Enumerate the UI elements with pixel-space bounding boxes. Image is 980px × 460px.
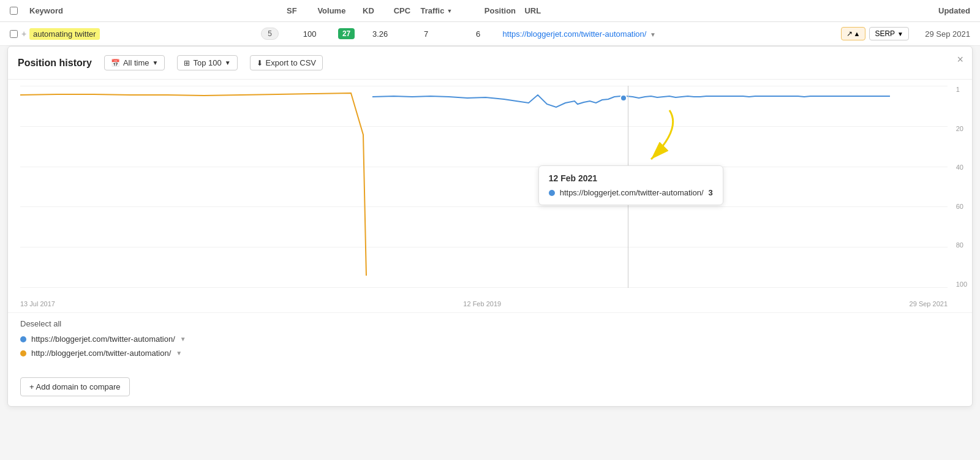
kd-badge: 27 — [338, 28, 355, 39]
y-label-4: 60 — [956, 203, 967, 210]
chart-svg — [20, 86, 948, 288]
sf-badge: 5 — [261, 28, 279, 40]
top100-button[interactable]: ⊞ Top 100 ▼ — [177, 55, 237, 70]
chart-dot — [620, 95, 627, 101]
x-label-1: 13 Jul 2017 — [20, 300, 55, 307]
row-checkbox-cell: + — [10, 29, 29, 39]
add-icon[interactable]: + — [21, 29, 26, 39]
row-checkbox[interactable] — [10, 30, 18, 38]
y-label-6: 100 — [956, 281, 967, 288]
y-label-2: 20 — [956, 125, 967, 132]
serp-label: SERP — [875, 29, 895, 38]
col-header-traffic: Traffic ▼ — [420, 6, 475, 15]
header-checkbox-cell — [10, 7, 29, 15]
y-axis: 1 20 40 60 80 100 — [956, 86, 967, 288]
all-time-button[interactable]: 📅 All time ▼ — [104, 55, 165, 70]
col-header-volume: Volume — [310, 6, 353, 15]
panel-close-button[interactable]: × — [957, 54, 963, 65]
col-header-cpc: CPC — [383, 6, 420, 15]
legend-chevron-https: ▼ — [180, 336, 186, 342]
row-actions: ↗ ▲ SERP ▼ — [841, 27, 909, 40]
deselect-all-button[interactable]: Deselect all — [20, 319, 960, 328]
blue-line — [372, 95, 890, 107]
legend-dot-http — [20, 350, 26, 356]
col-header-position: Position — [475, 6, 524, 15]
add-domain-button[interactable]: + Add domain to compare — [20, 377, 130, 396]
col-header-sf: SF — [273, 6, 310, 15]
orange-line — [20, 93, 366, 276]
legend-url-http: http://bloggerjet.com/twitter-automation… — [31, 349, 171, 358]
keyword-tag: automating twitter — [29, 28, 100, 40]
sf-cell: 5 — [252, 28, 288, 40]
url-link[interactable]: https://bloggerjet.com/twitter-automatio… — [503, 29, 647, 39]
col-header-updated: Updated — [891, 6, 970, 15]
url-dropdown-icon[interactable]: ▼ — [650, 31, 656, 38]
trend-up-icon: ↗ — [846, 29, 853, 38]
traffic-cell: 7 — [399, 29, 454, 39]
legend-item-https[interactable]: https://bloggerjet.com/twitter-automatio… — [20, 334, 960, 344]
top100-dropdown-icon: ▼ — [225, 59, 231, 66]
col-header-url: URL — [524, 6, 891, 15]
cpc-cell: 3.26 — [362, 29, 399, 39]
legend-chevron-http: ▼ — [176, 350, 182, 356]
select-all-checkbox[interactable] — [10, 7, 18, 15]
export-csv-button[interactable]: ⬇ Export to CSV — [250, 55, 323, 70]
col-header-kd: KD — [353, 6, 383, 15]
alltime-dropdown-icon: ▼ — [153, 59, 159, 66]
panel-title: Position history — [18, 58, 92, 69]
keyword-cell: automating twitter — [29, 28, 252, 40]
position-cell: 6 — [454, 29, 503, 39]
panel-legend: Deselect all https://bloggerjet.com/twit… — [8, 312, 972, 372]
x-label-2: 12 Feb 2019 — [463, 300, 501, 307]
y-label-1: 1 — [956, 86, 967, 93]
col-header-keyword: Keyword — [29, 6, 273, 15]
table-row: + automating twitter 5 100 27 3.26 7 6 h… — [0, 22, 980, 46]
table-header: Keyword SF Volume KD CPC Traffic ▼ Posit… — [0, 0, 980, 22]
legend-url-https: https://bloggerjet.com/twitter-automatio… — [31, 334, 175, 344]
legend-item-http[interactable]: http://bloggerjet.com/twitter-automation… — [20, 349, 960, 358]
serp-dropdown-icon: ▼ — [897, 31, 903, 37]
trend-button[interactable]: ↗ ▲ — [841, 27, 866, 40]
legend-dot-https — [20, 336, 26, 342]
table-icon: ⊞ — [184, 59, 190, 67]
x-axis: 13 Jul 2017 12 Feb 2019 29 Sep 2021 — [20, 300, 948, 307]
export-icon: ⬇ — [257, 59, 263, 67]
x-label-3: 29 Sep 2021 — [910, 300, 948, 307]
chart-area: 1 20 40 60 80 100 13 Jul 2017 12 Feb 201… — [8, 80, 972, 312]
y-label-3: 40 — [956, 164, 967, 171]
volume-cell: 100 — [288, 29, 331, 39]
y-label-5: 80 — [956, 241, 967, 249]
position-history-panel: Position history 📅 All time ▼ ⊞ Top 100 … — [7, 46, 973, 407]
trend-up-arrow-icon: ▲ — [854, 30, 861, 37]
calendar-icon: 📅 — [111, 59, 120, 67]
updated-cell: 29 Sep 2021 — [909, 29, 970, 39]
serp-button[interactable]: SERP ▼ — [869, 27, 909, 40]
kd-cell: 27 — [331, 28, 362, 39]
url-cell: https://bloggerjet.com/twitter-automatio… — [503, 29, 836, 39]
svg-rect-0 — [20, 86, 948, 288]
panel-header: Position history 📅 All time ▼ ⊞ Top 100 … — [8, 47, 972, 80]
